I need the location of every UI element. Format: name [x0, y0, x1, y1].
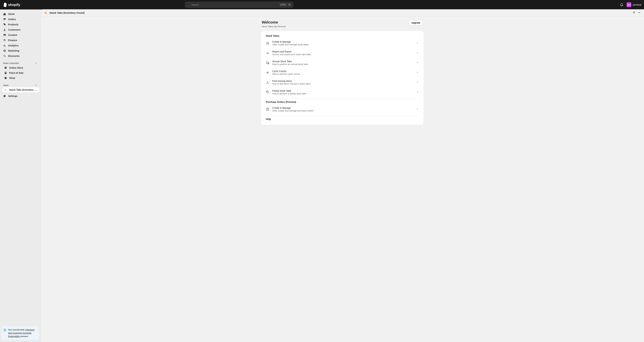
chevron-right-icon	[416, 42, 419, 45]
sidebar-item-orders[interactable]: Orders	[1, 17, 39, 22]
svg-rect-19	[45, 12, 46, 13]
sidebar-section-sales-channels[interactable]: Sales channels	[1, 60, 39, 65]
svg-point-10	[5, 56, 6, 57]
download-box-icon	[266, 80, 270, 84]
chevron-right-icon	[416, 51, 419, 55]
notifications-button[interactable]	[620, 3, 624, 7]
row-annual-stock-take[interactable]: Annual Stock TakeHow to perform an annua…	[261, 58, 424, 68]
search-placeholder: Search	[192, 3, 278, 6]
sidebar-item-marketing[interactable]: Marketing	[1, 48, 39, 53]
sidebar-item-customers[interactable]: Customers	[1, 27, 39, 32]
price-tag-icon	[266, 90, 270, 94]
target-icon	[3, 49, 6, 52]
svg-point-20	[638, 12, 638, 13]
sidebar: Home Orders Products Customers Content F…	[0, 9, 41, 342]
svg-point-25	[267, 72, 268, 73]
divider	[266, 99, 419, 99]
chart-icon	[3, 44, 6, 47]
clipboard-icon	[44, 12, 47, 14]
sidebar-item-settings[interactable]: Settings	[1, 93, 39, 99]
main-card: Stock Takes Create & ManageView, create …	[261, 31, 424, 125]
sidebar-item-finance[interactable]: Finance	[1, 38, 39, 43]
sidebar-item-pos[interactable]: Point of Sale	[2, 70, 39, 75]
search-shortcut: CTRL K	[279, 3, 291, 6]
tag-icon	[3, 23, 6, 26]
image-icon	[3, 33, 6, 36]
main: Stock Take (Inventory Count) Welcome Sto…	[41, 9, 644, 342]
store-icon	[4, 66, 7, 69]
pushpin-icon	[632, 11, 636, 14]
appbar: Stock Take (Inventory Count)	[41, 9, 644, 16]
app-icon	[44, 11, 48, 14]
svg-point-26	[267, 91, 267, 92]
dots-icon	[638, 11, 640, 14]
more-button[interactable]	[638, 11, 640, 14]
shopify-logo[interactable]: shopify	[3, 2, 20, 7]
sidebar-item-discounts[interactable]: Discounts	[1, 53, 39, 58]
receipt-icon	[266, 107, 270, 111]
page-subtitle: Stock Takes By Pimsical	[262, 25, 286, 28]
svg-point-22	[640, 12, 640, 13]
sidebar-item-analytics[interactable]: Analytics	[1, 43, 39, 48]
svg-point-9	[4, 55, 4, 56]
info-line1: Non-transferable	[8, 329, 24, 331]
row-create-manage[interactable]: Create & ManageView, create and manage s…	[261, 38, 424, 48]
chevron-right-icon	[416, 81, 419, 84]
user-name: pimsical	[633, 3, 641, 6]
svg-point-3	[4, 29, 5, 30]
chevron-right-icon	[416, 108, 419, 111]
person-icon	[3, 28, 6, 31]
sidebar-item-content[interactable]: Content	[1, 32, 39, 37]
svg-point-2	[4, 23, 4, 24]
svg-line-1	[189, 5, 190, 6]
pin-icon	[4, 88, 7, 91]
shopify-bag-icon	[3, 2, 7, 7]
svg-point-8	[4, 50, 5, 51]
svg-rect-14	[5, 89, 6, 90]
sidebar-item-shop[interactable]: Shop	[2, 75, 39, 80]
sidebar-section-apps[interactable]: Apps	[1, 82, 39, 87]
pos-icon	[4, 71, 7, 74]
percent-icon	[3, 54, 6, 57]
chevron-right-icon	[416, 91, 419, 94]
shop-icon	[4, 76, 7, 79]
avatar: pim	[626, 2, 631, 7]
gear-cycle-icon	[266, 71, 270, 74]
row-po-create-manage[interactable]: Create & ManageView, create and manage p…	[261, 104, 424, 114]
gear-icon	[3, 94, 6, 98]
row-report-export[interactable]: Report and ExportAccess and export your …	[261, 48, 424, 58]
search-input[interactable]: Search CTRL K	[185, 2, 293, 8]
svg-rect-13	[4, 77, 6, 79]
bar-chart-icon	[266, 51, 270, 55]
house-check-icon	[266, 41, 270, 45]
upgrade-button[interactable]: Upgrade	[409, 20, 423, 25]
info-suffix: preview	[20, 335, 28, 338]
svg-point-5	[4, 34, 4, 35]
row-partial-stock-take[interactable]: Partial Stock TakeHow to perform a parti…	[261, 87, 424, 97]
section-title-stock-takes: Stock Takes	[261, 34, 424, 38]
bank-icon	[3, 39, 6, 42]
svg-rect-11	[5, 72, 6, 74]
sidebar-item-online-store[interactable]: Online Store	[2, 65, 39, 70]
appbar-title: Stock Take (Inventory Count)	[50, 11, 84, 14]
chevron-right-icon	[416, 61, 419, 64]
search-icon	[187, 3, 190, 6]
sidebar-item-home[interactable]: Home	[1, 11, 39, 16]
svg-point-18	[5, 329, 5, 330]
home-icon	[3, 12, 6, 15]
pin-button[interactable]	[632, 11, 636, 14]
calendar-clock-icon	[266, 61, 270, 65]
svg-rect-12	[5, 72, 6, 73]
svg-point-21	[639, 12, 640, 13]
info-icon	[4, 329, 6, 332]
brand-text: shopify	[8, 3, 20, 7]
sidebar-item-stock-take-app[interactable]: Stock Take (Inventory Co...	[2, 87, 39, 92]
row-find-missing[interactable]: Find missing itemsHow to find items miss…	[261, 77, 424, 87]
row-cycle-counts[interactable]: Cycle CountsHow to perform cycle counts	[261, 68, 424, 77]
user-menu[interactable]: pim pimsical	[626, 2, 641, 7]
bell-icon	[620, 3, 624, 6]
chevron-right-icon	[416, 71, 419, 74]
page-title: Welcome	[262, 20, 286, 24]
sidebar-item-products[interactable]: Products	[1, 22, 39, 27]
section-title-help: Help	[261, 118, 424, 121]
